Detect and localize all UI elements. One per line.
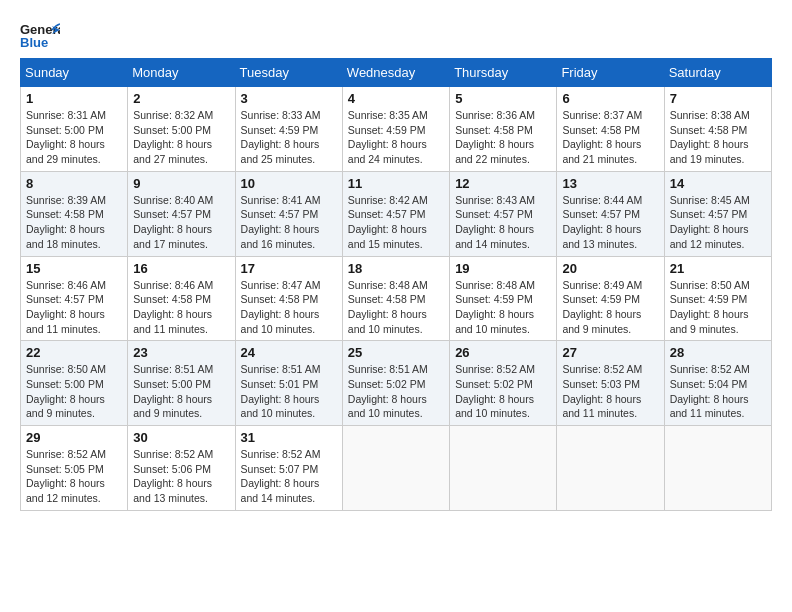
day-info: Sunrise: 8:41 AMSunset: 4:57 PMDaylight:…	[241, 193, 337, 252]
day-number: 20	[562, 261, 658, 276]
header-row: SundayMondayTuesdayWednesdayThursdayFrid…	[21, 59, 772, 87]
day-number: 6	[562, 91, 658, 106]
day-number: 27	[562, 345, 658, 360]
day-number: 14	[670, 176, 766, 191]
calendar-cell: 23Sunrise: 8:51 AMSunset: 5:00 PMDayligh…	[128, 341, 235, 426]
day-number: 16	[133, 261, 229, 276]
calendar-cell: 18Sunrise: 8:48 AMSunset: 4:58 PMDayligh…	[342, 256, 449, 341]
day-number: 10	[241, 176, 337, 191]
calendar-cell: 3Sunrise: 8:33 AMSunset: 4:59 PMDaylight…	[235, 87, 342, 172]
calendar-cell: 9Sunrise: 8:40 AMSunset: 4:57 PMDaylight…	[128, 171, 235, 256]
day-number: 1	[26, 91, 122, 106]
day-info: Sunrise: 8:40 AMSunset: 4:57 PMDaylight:…	[133, 193, 229, 252]
calendar-cell: 2Sunrise: 8:32 AMSunset: 5:00 PMDaylight…	[128, 87, 235, 172]
calendar-cell: 10Sunrise: 8:41 AMSunset: 4:57 PMDayligh…	[235, 171, 342, 256]
calendar-table: SundayMondayTuesdayWednesdayThursdayFrid…	[20, 58, 772, 511]
day-number: 26	[455, 345, 551, 360]
day-info: Sunrise: 8:32 AMSunset: 5:00 PMDaylight:…	[133, 108, 229, 167]
day-number: 9	[133, 176, 229, 191]
calendar-cell: 20Sunrise: 8:49 AMSunset: 4:59 PMDayligh…	[557, 256, 664, 341]
calendar-cell: 7Sunrise: 8:38 AMSunset: 4:58 PMDaylight…	[664, 87, 771, 172]
day-number: 31	[241, 430, 337, 445]
day-info: Sunrise: 8:42 AMSunset: 4:57 PMDaylight:…	[348, 193, 444, 252]
calendar-cell	[557, 426, 664, 511]
day-info: Sunrise: 8:33 AMSunset: 4:59 PMDaylight:…	[241, 108, 337, 167]
calendar-cell: 5Sunrise: 8:36 AMSunset: 4:58 PMDaylight…	[450, 87, 557, 172]
calendar-cell	[664, 426, 771, 511]
day-number: 2	[133, 91, 229, 106]
day-number: 25	[348, 345, 444, 360]
calendar-cell: 22Sunrise: 8:50 AMSunset: 5:00 PMDayligh…	[21, 341, 128, 426]
day-info: Sunrise: 8:39 AMSunset: 4:58 PMDaylight:…	[26, 193, 122, 252]
day-info: Sunrise: 8:51 AMSunset: 5:01 PMDaylight:…	[241, 362, 337, 421]
calendar-cell: 17Sunrise: 8:47 AMSunset: 4:58 PMDayligh…	[235, 256, 342, 341]
day-info: Sunrise: 8:35 AMSunset: 4:59 PMDaylight:…	[348, 108, 444, 167]
calendar-cell: 4Sunrise: 8:35 AMSunset: 4:59 PMDaylight…	[342, 87, 449, 172]
calendar-cell: 30Sunrise: 8:52 AMSunset: 5:06 PMDayligh…	[128, 426, 235, 511]
calendar-cell: 11Sunrise: 8:42 AMSunset: 4:57 PMDayligh…	[342, 171, 449, 256]
day-info: Sunrise: 8:52 AMSunset: 5:05 PMDaylight:…	[26, 447, 122, 506]
logo-icon: General Blue	[20, 20, 60, 48]
day-number: 15	[26, 261, 122, 276]
svg-text:Blue: Blue	[20, 35, 48, 48]
page-header: General Blue	[20, 20, 772, 48]
day-info: Sunrise: 8:38 AMSunset: 4:58 PMDaylight:…	[670, 108, 766, 167]
calendar-cell: 8Sunrise: 8:39 AMSunset: 4:58 PMDaylight…	[21, 171, 128, 256]
day-of-week-header: Monday	[128, 59, 235, 87]
calendar-cell	[342, 426, 449, 511]
day-info: Sunrise: 8:50 AMSunset: 5:00 PMDaylight:…	[26, 362, 122, 421]
day-number: 7	[670, 91, 766, 106]
day-info: Sunrise: 8:48 AMSunset: 4:59 PMDaylight:…	[455, 278, 551, 337]
day-info: Sunrise: 8:47 AMSunset: 4:58 PMDaylight:…	[241, 278, 337, 337]
day-of-week-header: Wednesday	[342, 59, 449, 87]
day-info: Sunrise: 8:36 AMSunset: 4:58 PMDaylight:…	[455, 108, 551, 167]
calendar-week-row: 1Sunrise: 8:31 AMSunset: 5:00 PMDaylight…	[21, 87, 772, 172]
day-number: 28	[670, 345, 766, 360]
day-info: Sunrise: 8:51 AMSunset: 5:02 PMDaylight:…	[348, 362, 444, 421]
day-info: Sunrise: 8:46 AMSunset: 4:58 PMDaylight:…	[133, 278, 229, 337]
day-info: Sunrise: 8:50 AMSunset: 4:59 PMDaylight:…	[670, 278, 766, 337]
day-of-week-header: Sunday	[21, 59, 128, 87]
day-number: 17	[241, 261, 337, 276]
day-info: Sunrise: 8:52 AMSunset: 5:02 PMDaylight:…	[455, 362, 551, 421]
day-of-week-header: Thursday	[450, 59, 557, 87]
calendar-cell: 19Sunrise: 8:48 AMSunset: 4:59 PMDayligh…	[450, 256, 557, 341]
calendar-week-row: 15Sunrise: 8:46 AMSunset: 4:57 PMDayligh…	[21, 256, 772, 341]
day-number: 5	[455, 91, 551, 106]
day-number: 30	[133, 430, 229, 445]
day-number: 12	[455, 176, 551, 191]
day-of-week-header: Saturday	[664, 59, 771, 87]
day-info: Sunrise: 8:51 AMSunset: 5:00 PMDaylight:…	[133, 362, 229, 421]
calendar-cell: 26Sunrise: 8:52 AMSunset: 5:02 PMDayligh…	[450, 341, 557, 426]
day-info: Sunrise: 8:45 AMSunset: 4:57 PMDaylight:…	[670, 193, 766, 252]
calendar-cell: 24Sunrise: 8:51 AMSunset: 5:01 PMDayligh…	[235, 341, 342, 426]
day-number: 8	[26, 176, 122, 191]
day-number: 21	[670, 261, 766, 276]
calendar-cell	[450, 426, 557, 511]
calendar-cell: 6Sunrise: 8:37 AMSunset: 4:58 PMDaylight…	[557, 87, 664, 172]
calendar-week-row: 8Sunrise: 8:39 AMSunset: 4:58 PMDaylight…	[21, 171, 772, 256]
day-number: 24	[241, 345, 337, 360]
day-info: Sunrise: 8:49 AMSunset: 4:59 PMDaylight:…	[562, 278, 658, 337]
calendar-cell: 29Sunrise: 8:52 AMSunset: 5:05 PMDayligh…	[21, 426, 128, 511]
day-info: Sunrise: 8:52 AMSunset: 5:03 PMDaylight:…	[562, 362, 658, 421]
logo: General Blue	[20, 20, 60, 48]
day-info: Sunrise: 8:46 AMSunset: 4:57 PMDaylight:…	[26, 278, 122, 337]
calendar-header: SundayMondayTuesdayWednesdayThursdayFrid…	[21, 59, 772, 87]
day-number: 13	[562, 176, 658, 191]
calendar-cell: 1Sunrise: 8:31 AMSunset: 5:00 PMDaylight…	[21, 87, 128, 172]
calendar-cell: 13Sunrise: 8:44 AMSunset: 4:57 PMDayligh…	[557, 171, 664, 256]
calendar-cell: 31Sunrise: 8:52 AMSunset: 5:07 PMDayligh…	[235, 426, 342, 511]
day-info: Sunrise: 8:52 AMSunset: 5:04 PMDaylight:…	[670, 362, 766, 421]
calendar-week-row: 22Sunrise: 8:50 AMSunset: 5:00 PMDayligh…	[21, 341, 772, 426]
day-info: Sunrise: 8:43 AMSunset: 4:57 PMDaylight:…	[455, 193, 551, 252]
day-number: 3	[241, 91, 337, 106]
day-number: 22	[26, 345, 122, 360]
day-number: 4	[348, 91, 444, 106]
calendar-cell: 14Sunrise: 8:45 AMSunset: 4:57 PMDayligh…	[664, 171, 771, 256]
day-number: 11	[348, 176, 444, 191]
day-info: Sunrise: 8:44 AMSunset: 4:57 PMDaylight:…	[562, 193, 658, 252]
calendar-cell: 28Sunrise: 8:52 AMSunset: 5:04 PMDayligh…	[664, 341, 771, 426]
day-info: Sunrise: 8:52 AMSunset: 5:07 PMDaylight:…	[241, 447, 337, 506]
calendar-cell: 16Sunrise: 8:46 AMSunset: 4:58 PMDayligh…	[128, 256, 235, 341]
